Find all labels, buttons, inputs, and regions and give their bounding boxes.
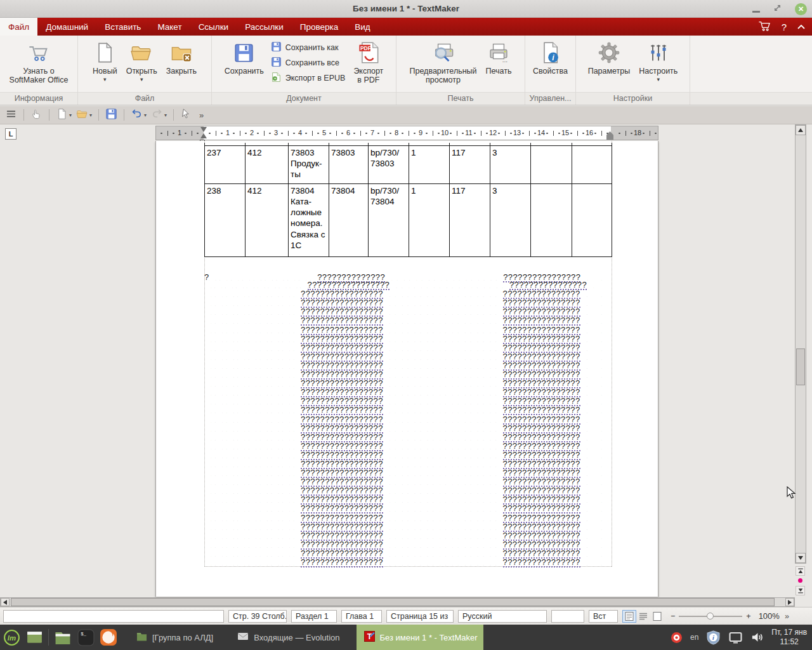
browse-object-icon[interactable]: [796, 576, 805, 585]
scroll-down-icon[interactable]: [796, 553, 806, 563]
status-cell-5[interactable]: Русский: [458, 610, 547, 623]
taskbar-window-button[interactable]: TБез имени 1 * - TextMaker: [357, 625, 483, 650]
qat-redo-button[interactable]: ▾: [151, 108, 167, 123]
zoom-slider-handle[interactable]: [707, 613, 714, 620]
table-cell[interactable]: 73804 Ката- ложные номера. Связка с 1С: [289, 183, 329, 256]
taskbar-window-button[interactable]: [Группа по АЛД]: [129, 625, 221, 650]
horizontal-scrollbar[interactable]: [0, 597, 795, 607]
ribbon-button[interactable]: Сохранить: [220, 37, 268, 92]
ribbon-small-button[interactable]: Сохранить как: [271, 41, 346, 54]
qat-hand-button[interactable]: [30, 108, 43, 123]
table-cell[interactable]: 1: [409, 145, 450, 183]
ribbon-button[interactable]: PDFЭкспорт в PDF: [349, 37, 388, 92]
ribbon-button[interactable]: Настроить▾: [634, 37, 682, 92]
help-icon[interactable]: ?: [782, 22, 787, 32]
qat-pointer-button[interactable]: [180, 108, 192, 123]
zoom-in-button[interactable]: +: [746, 612, 750, 621]
status-cell-2[interactable]: Раздел 1: [291, 610, 337, 623]
ribbon-button[interactable]: Новый▾: [88, 37, 122, 92]
launcher-file-manager-icon[interactable]: [51, 627, 74, 648]
ribbon-small-button[interactable]: Экспорт в EPUB: [271, 72, 346, 84]
ribbon-button[interactable]: ...Печать: [481, 37, 516, 92]
keyboard-layout-indicator[interactable]: en: [690, 633, 698, 642]
view-blank-button[interactable]: [650, 610, 664, 623]
tab-Макет[interactable]: Макет: [149, 18, 190, 36]
status-cell-3[interactable]: Глава 1: [341, 610, 382, 623]
tab-Вставить[interactable]: Вставить: [96, 18, 149, 36]
document-page[interactable]: 23741273803 Продук- ты73803bp/730/ 73803…: [155, 141, 658, 597]
table-cell[interactable]: [531, 145, 572, 183]
table-cell[interactable]: 238: [205, 183, 246, 256]
document-table[interactable]: 23741273803 Продук- ты73803bp/730/ 73803…: [204, 143, 612, 257]
speaker-icon[interactable]: [750, 631, 764, 644]
taskbar-window-button[interactable]: Входящие — Evolution: [230, 625, 347, 650]
launcher-terminal-icon[interactable]: $_: [74, 627, 97, 648]
tab-Файл[interactable]: Файл: [0, 18, 37, 36]
titlebar[interactable]: Без имени 1 * - TextMaker ✕: [0, 0, 812, 18]
tab-stop-selector[interactable]: L: [5, 128, 16, 140]
table-cell[interactable]: 73803 Продук- ты: [289, 145, 329, 183]
ribbon-button[interactable]: Узнать о SoftMaker Office: [5, 37, 73, 92]
table-cell[interactable]: [572, 183, 612, 256]
ribbon-button[interactable]: Предварительный просмотр: [405, 37, 481, 92]
status-info-field[interactable]: [3, 610, 224, 623]
status-cell-1[interactable]: Стр. 39 Столб.: [228, 610, 287, 623]
qat-new-doc-button[interactable]: ▾: [56, 108, 72, 123]
close-icon[interactable]: ✕: [795, 3, 807, 15]
zoom-out-button[interactable]: −: [671, 612, 675, 621]
table-cell[interactable]: 1: [409, 183, 450, 256]
table-cell[interactable]: bp/730/ 73803: [369, 145, 409, 183]
ribbon-button[interactable]: Параметры: [584, 37, 635, 92]
ribbon-button[interactable]: Закрыть: [162, 37, 201, 92]
qat-folder-open-button[interactable]: ▾: [76, 108, 92, 123]
vertical-scroll-thumb[interactable]: [796, 348, 805, 385]
ribbon-small-button[interactable]: Сохранить все: [271, 56, 346, 69]
tray-red-icon[interactable]: [671, 632, 683, 644]
first-line-indent-marker[interactable]: [200, 127, 207, 132]
launcher-firefox-icon[interactable]: [97, 627, 120, 648]
maximize-icon[interactable]: [773, 3, 782, 15]
ribbon-button[interactable]: iСвойства: [528, 37, 572, 92]
table-cell[interactable]: 73804: [329, 183, 369, 256]
qat-undo-button[interactable]: ▾: [131, 108, 147, 123]
table-cell[interactable]: [572, 145, 612, 183]
qat-hamburger-button[interactable]: [5, 108, 17, 123]
tab-Вид[interactable]: Вид: [346, 18, 378, 36]
collapse-ribbon-icon[interactable]: [797, 21, 806, 32]
ribbon-button[interactable]: Открыть▾: [122, 37, 162, 92]
view-draft-button[interactable]: [636, 610, 650, 623]
cart-icon[interactable]: [757, 19, 771, 34]
document-text[interactable]: ?‿‿‿‿‿‿‿‿‿‿??????????????‿‿‿‿‿‿‿‿‿‿?????…: [204, 272, 608, 567]
view-page-button[interactable]: [622, 610, 636, 623]
vertical-scrollbar[interactable]: [795, 124, 806, 597]
launcher-show-desktop-icon[interactable]: [23, 627, 46, 648]
status-cell-7[interactable]: Вст: [589, 610, 618, 623]
qat-floppy-button[interactable]: [105, 108, 117, 123]
table-cell[interactable]: 3: [490, 145, 531, 183]
toolbar-overflow-icon[interactable]: »: [199, 110, 204, 120]
table-cell[interactable]: 3: [490, 183, 531, 256]
scroll-right-icon[interactable]: [785, 598, 794, 606]
status-cell-6[interactable]: [551, 610, 584, 623]
zoom-slider[interactable]: [679, 613, 742, 620]
table-cell[interactable]: bp/730/ 73804: [369, 183, 409, 256]
browse-previous-icon[interactable]: [796, 566, 805, 576]
tab-Домашний[interactable]: Домашний: [37, 18, 96, 36]
horizontal-scroll-thumb[interactable]: [11, 598, 775, 606]
table-cell[interactable]: 117: [450, 183, 490, 256]
tab-Проверка[interactable]: Проверка: [292, 18, 346, 36]
status-overflow-icon[interactable]: »: [785, 612, 789, 621]
scroll-up-icon[interactable]: [796, 125, 806, 135]
table-cell[interactable]: 412: [246, 183, 289, 256]
table-cell[interactable]: 73803: [329, 145, 369, 183]
left-indent-marker[interactable]: [200, 133, 207, 138]
table-cell[interactable]: 412: [246, 145, 289, 183]
launcher-mint-menu-icon[interactable]: lm: [0, 627, 23, 648]
table-cell[interactable]: 117: [450, 145, 490, 183]
tab-Рассылки[interactable]: Рассылки: [237, 18, 292, 36]
monitor-icon[interactable]: [728, 630, 743, 644]
table-cell[interactable]: 237: [205, 145, 246, 183]
scroll-left-icon[interactable]: [1, 598, 10, 606]
minimize-icon[interactable]: [752, 11, 760, 13]
shield-info-icon[interactable]: i: [706, 630, 721, 645]
